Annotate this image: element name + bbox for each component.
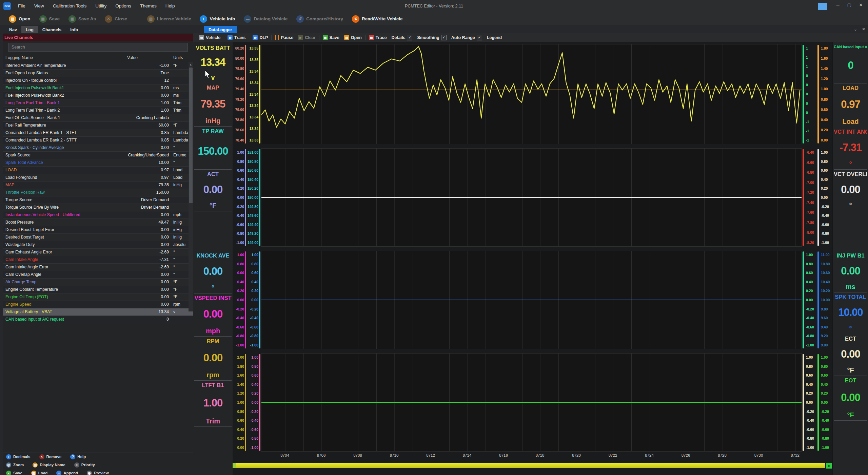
table-row[interactable]: Spark SourceCranking/UnderSpeedEnume [3,152,193,159]
table-row[interactable]: Fuel Open Loop StatusTrue [3,70,193,77]
channel-name: Injectors On - torque control [5,77,159,84]
channel-units: rpm [173,301,188,308]
table-row[interactable]: Spark Total Advance10.00° [3,159,193,167]
chart-pane-2[interactable] [261,148,802,247]
dl-open-button[interactable]: ▨Open [342,35,364,40]
table-row[interactable]: Instantaneous Vehicle Speed - Unfiltered… [3,211,193,219]
help-button[interactable]: ?Help [70,454,86,459]
axis-tick-label: 150.00 [247,195,258,200]
menu-item-help[interactable]: Help [161,0,179,12]
dl-auto-range-button[interactable]: Auto Range✓ [449,35,485,40]
table-row[interactable]: Knock Spark - Cylinder Average0.00° [3,144,193,152]
open-button[interactable]: ▨Open [6,14,33,24]
table-row[interactable]: Desired Boost Target Error0.00inHg [3,226,193,234]
dl-save-button[interactable]: ▣Save [320,35,342,40]
table-row[interactable]: MAP79.35inHg [3,182,193,189]
chart-pane-4[interactable] [261,353,802,452]
column-logging-name[interactable]: Logging Name [5,54,33,62]
close-tab-icon[interactable]: ✕ [862,27,865,32]
table-row[interactable]: Cam Intake Angle-7.31° [3,256,193,264]
save-button[interactable]: ▪Save [6,471,22,475]
scroll-right-button[interactable]: ▶ [826,463,832,469]
display-name-button[interactable]: ▤Display Name [33,462,65,468]
table-row[interactable]: Torque Source Drive By WireDriver Demand [3,204,193,211]
table-row[interactable]: Engine Coolant Temperature0.00°F [3,286,193,293]
tab-log[interactable]: Log [21,26,38,34]
table-row[interactable]: Injectors On - torque control12 [3,77,193,84]
tab-datalogger[interactable]: DataLogger [204,26,237,34]
scroll-up-icon[interactable]: ▲ [189,62,193,67]
vehicle-info-button[interactable]: iVehicle Info [197,14,238,24]
scrollbar-thumb[interactable] [189,68,193,203]
checkbox-checked-icon[interactable]: ✓ [477,35,482,40]
table-row[interactable]: Comanded Lambda ER Bank 1 - STFT0.85Lamb… [3,129,193,137]
table-row[interactable]: Cam Exhaust Angle Error-2.69° [3,249,193,256]
dl-smoothing-button[interactable]: Smoothing✓ [415,35,449,40]
menu-item-options[interactable]: Options [111,0,136,12]
tab-channels[interactable]: Channels [38,26,66,34]
table-row[interactable]: Cam Intake Angle Error-2.69° [3,264,193,271]
table-scrollbar[interactable]: ▲ [189,62,193,311]
timeline-bar[interactable] [233,463,825,468]
dl-vehicle-button[interactable]: ▭Vehicle [197,35,223,40]
table-row[interactable]: CAN based input of A/C request0 [3,316,193,323]
menu-item-themes[interactable]: Themes [136,0,161,12]
table-row[interactable]: LOAD0.97Load [3,167,193,174]
table-row[interactable]: Engine Speed0.00rpm [3,301,193,308]
maximize-button[interactable]: ▢ [844,0,855,10]
table-row[interactable]: Long Term Fuel Trim - Bank 11.00Trim [3,99,193,107]
menu-item-view[interactable]: View [30,0,48,12]
chart-pane-3[interactable] [261,251,802,349]
table-row[interactable]: Long Term Fuel Trim - Bank 21.00Trim [3,107,193,114]
close-button[interactable]: ✕ [855,0,867,10]
dl-details-button[interactable]: Details✓ [389,35,415,40]
table-row[interactable]: Torque SourceDriver Demand [3,196,193,204]
tab-info[interactable]: Info [66,26,82,34]
column-value[interactable]: Value [127,54,138,62]
table-row[interactable]: Cam Overlap Angle0.00° [3,271,193,279]
table-row[interactable]: Inferred Ambient Air Temperature-1.00°F [3,62,193,70]
load-button[interactable]: ▨Load [31,471,47,475]
axis-tick-label: 1.00 [821,355,831,359]
table-row[interactable]: Wastegate Duty0.00absolu [3,241,193,249]
remove-button[interactable]: ×Remove [39,454,62,459]
table-row[interactable]: Fuel Injection Pulsewidth Bank10.00ms [3,84,193,92]
checkbox-checked-icon[interactable]: ✓ [441,35,447,40]
channel-value: 0.00 [161,241,169,248]
table-row[interactable]: Boost Pressure49.47inHg [3,219,193,226]
dl-pause-button[interactable]: Pause [273,35,296,40]
table-row[interactable]: Voltage at Battery - VBAT13.34v [3,308,193,316]
dl-dlp-button[interactable]: ◍DLP [250,35,270,40]
chevron-down-icon[interactable]: ⌄ [854,27,857,32]
table-row[interactable]: Engine Oil Temp (EOT)0.00°F [3,293,193,301]
decimals-button[interactable]: +Decimals [6,454,31,459]
table-row[interactable]: Air Charge Temp0.00°F [3,279,193,286]
table-row[interactable]: Fuel Rail Temperature60.00°F [3,122,193,129]
table-row[interactable]: Throttle Position Raw150.00 [3,189,193,196]
column-units[interactable]: Units [173,54,183,62]
menu-item-file[interactable]: File [14,0,30,12]
dl-legend-button[interactable]: Legend [485,35,504,40]
dl-trans-button[interactable]: ◍Trans [225,35,248,40]
search-input[interactable] [8,43,188,52]
dl-trace-button[interactable]: ▦Trace [367,35,389,40]
checkbox-checked-icon[interactable]: ✓ [407,35,412,40]
table-row[interactable]: Fuel Injection Pulsewidth Bank20.00ms [3,92,193,99]
chart-pane-1[interactable] [261,44,802,144]
priority-button[interactable]: ≡Priority [74,462,95,468]
zoom-button[interactable]: ◎Zoom [6,462,24,468]
read-write-vehicle-button[interactable]: ↯Read/Write Vehicle [349,14,406,24]
color-swatch[interactable] [818,3,827,10]
menu-item-utility[interactable]: Utility [91,0,111,12]
tab-nav[interactable]: Nav [5,26,21,34]
minimize-button[interactable]: ─ [832,0,844,10]
table-row[interactable]: Load Foreground0.97Load [3,174,193,182]
table-row[interactable]: Comanded Lambda ER Bank 2 - STFT0.85Lamb… [3,137,193,144]
menu-item-calibration-tools[interactable]: Calibration Tools [48,0,91,12]
preview-button[interactable]: ◉Preview [87,471,108,475]
dl-clear-button[interactable]: ▶Clear [296,35,318,40]
table-row[interactable]: Fuel OL Calc Source - Bank 1Cranking Lam… [3,114,193,122]
append-button[interactable]: +Append [56,471,78,475]
table-row[interactable]: Desired Boost Target0.00inHg [3,234,193,241]
axis-tick-label: 0.80 [821,364,831,368]
